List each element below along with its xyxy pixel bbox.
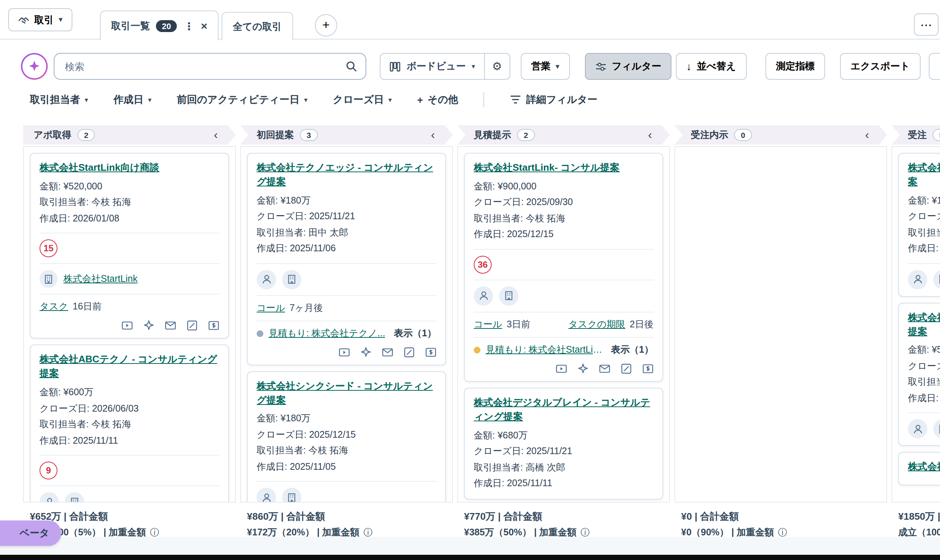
company-avatar-icon[interactable] [933,269,940,289]
deal-title-link[interactable]: 株式会社ABCテクノ - コンサルティング提案 [40,353,219,381]
deal-title-link[interactable]: 株式会社StartLink向け商談 [908,460,940,475]
deal-title-link[interactable]: 株式会社StartLink- コンサル提案 [474,161,653,175]
info-icon[interactable]: ⓘ [778,527,787,538]
company-link[interactable]: 株式会社StartLink [63,273,138,286]
export-button[interactable]: エクスポート [840,53,920,80]
contact-avatar-icon[interactable] [40,492,59,503]
sort-button[interactable]: ↓ 並べ替え [676,53,746,80]
payment-icon[interactable] [208,320,219,331]
note-icon[interactable] [404,346,415,358]
deal-card[interactable]: 株式会社StartLink向け商談 金額: ¥520,000 取引担当者: 今枝… [30,153,229,339]
clipped-toolbar-button[interactable] [929,53,940,80]
meeting-icon[interactable] [556,363,567,374]
filter-button[interactable]: フィルター [585,53,672,80]
contact-avatar-icon[interactable] [257,488,276,503]
deal-title-link[interactable]: 株式会社StartLink - コンサルティング提案 [908,161,940,189]
tab-close-icon[interactable]: × [201,19,208,32]
email-icon[interactable] [382,346,393,358]
filter-close-date[interactable]: クローズ日 ▾ [333,93,392,107]
filter-more[interactable]: + その他 [417,93,458,107]
contact-avatar-icon[interactable] [474,286,493,306]
info-icon[interactable]: ⓘ [364,527,373,538]
filter-label: 作成日 [113,93,143,107]
deal-card[interactable]: 株式会社デジタルブレイン - コンサルティング提案 金額: ¥680万 クローズ… [464,388,663,499]
tab-all-deals[interactable]: 全ての取引 [222,12,293,40]
deal-create-date: 作成日: 2025/11/05 [257,459,436,475]
collapse-column-icon[interactable]: ‹ [214,129,218,141]
deal-title-link[interactable]: 株式会社デジタルブレイン - コンサルティング提案 [474,396,653,424]
task-link[interactable]: タスク [40,301,68,314]
payment-icon[interactable] [425,346,436,358]
company-avatar-icon[interactable] [282,269,301,289]
deal-card[interactable]: 株式会社テックラボ - コンサルティング提案 金額: ¥500万 クローズ日: … [898,302,940,446]
deal-card[interactable]: 株式会社シンクシード - コンサルティング提案 金額: ¥180万 クローズ日:… [247,371,446,503]
company-avatar-icon[interactable] [933,420,940,439]
deal-title-link[interactable]: 株式会社テクノエッジ - コンサルティング提案 [257,161,436,189]
filter-deal-owner[interactable]: 取引担当者 ▾ [30,93,88,107]
pipeline-column-first-proposal: 初回提案 3 ‹ 株式会社テクノエッジ - コンサルティング提案 金額: ¥18… [240,125,453,539]
call-link[interactable]: コール [257,302,285,314]
beta-badge[interactable]: ベータ [0,520,61,546]
note-icon[interactable] [186,320,198,331]
company-avatar-icon[interactable] [282,488,301,503]
collapse-column-icon[interactable]: ‹ [431,129,435,141]
email-icon[interactable] [599,363,610,374]
ai-sparkle-icon[interactable] [578,363,589,374]
contact-avatar-icon[interactable] [908,420,927,439]
call-link[interactable]: コール [474,318,502,331]
overdue-tasks-badge[interactable]: 9 [40,462,57,480]
contact-avatar-icon[interactable] [908,269,927,289]
quote-link[interactable]: 見積もり: 株式会社テクノ... [268,327,385,340]
overdue-tasks-badge[interactable]: 36 [474,256,492,274]
deal-title-link[interactable]: 株式会社シンクシード - コンサルティング提案 [257,379,436,407]
note-icon[interactable] [621,363,632,374]
filter-create-date[interactable]: 作成日 ▾ [113,93,151,107]
overdue-tasks-badge[interactable]: 15 [40,240,57,258]
info-icon[interactable]: ⓘ [581,527,590,538]
email-icon[interactable] [165,320,176,331]
contact-avatar-icon[interactable] [257,269,276,289]
tab-options-icon[interactable]: ⋮ [183,20,195,32]
payment-icon[interactable] [643,363,653,374]
filter-last-activity-date[interactable]: 前回のアクティビティー日 ▾ [177,93,307,107]
deal-card[interactable]: 株式会社StartLink向け商談 [898,452,940,486]
ai-assistant-button[interactable] [21,53,48,80]
deal-title-link[interactable]: 株式会社StartLink向け商談 [40,161,219,175]
column-header: 見積提示 2 ‹ [457,125,670,145]
advanced-filters[interactable]: 詳細フィルター [510,93,598,107]
search-input[interactable] [54,53,366,80]
board-settings-button[interactable]: ⚙ [484,54,510,79]
collapse-column-icon[interactable]: ‹ [648,129,652,141]
company-avatar-icon[interactable] [499,286,518,306]
collapse-column-icon[interactable]: ‹ [865,129,869,141]
quote-link[interactable]: 見積もり: 株式会社StartLin... [485,344,605,357]
deal-card[interactable]: 株式会社StartLink - コンサルティング提案 金額: ¥180万 クロー… [898,153,940,296]
quote-view-count[interactable]: 表示（1） [394,327,436,340]
info-icon[interactable]: ⓘ [150,527,159,538]
quote-view-count[interactable]: 表示（1） [611,344,653,357]
chevron-down-icon: ▾ [556,63,559,70]
board-view-dropdown[interactable]: ボードビュー ▾ [381,54,484,79]
more-options-button[interactable]: ⋯ [914,14,938,36]
filter-label: フィルター [612,60,661,73]
task-due-link[interactable]: タスクの期限 [569,318,625,331]
ai-sparkle-icon[interactable] [143,320,154,331]
meeting-icon[interactable] [339,346,350,358]
metrics-button[interactable]: 測定指標 [766,53,825,80]
tab-label: 全ての取引 [233,20,282,33]
column-weighted-label: | 加重金額 [317,527,360,538]
deal-card[interactable]: 株式会社ABCテクノ - コンサルティング提案 金額: ¥600万 クローズ日:… [30,345,229,503]
pipeline-dropdown[interactable]: 営業 ▾ [521,53,570,80]
ai-sparkle-icon[interactable] [360,346,371,358]
chevron-down-icon: ▾ [148,97,151,103]
company-avatar-icon[interactable] [65,492,84,503]
deal-card[interactable]: 株式会社テクノエッジ - コンサルティング提案 金額: ¥180万 クローズ日:… [247,153,446,365]
deal-card[interactable]: 株式会社StartLink- コンサル提案 金額: ¥900,000 クローズ日… [464,153,663,382]
deals-nav-dropdown[interactable]: 取引 ▾ [8,8,72,31]
column-body[interactable] [674,146,887,503]
deal-title-link[interactable]: 株式会社テックラボ - コンサルティング提案 [908,311,940,338]
meeting-icon[interactable] [122,320,133,331]
add-view-button[interactable]: + [315,14,337,37]
tab-deal-list[interactable]: 取引一覧 20 ⋮ × [100,11,219,40]
divider [257,482,436,482]
